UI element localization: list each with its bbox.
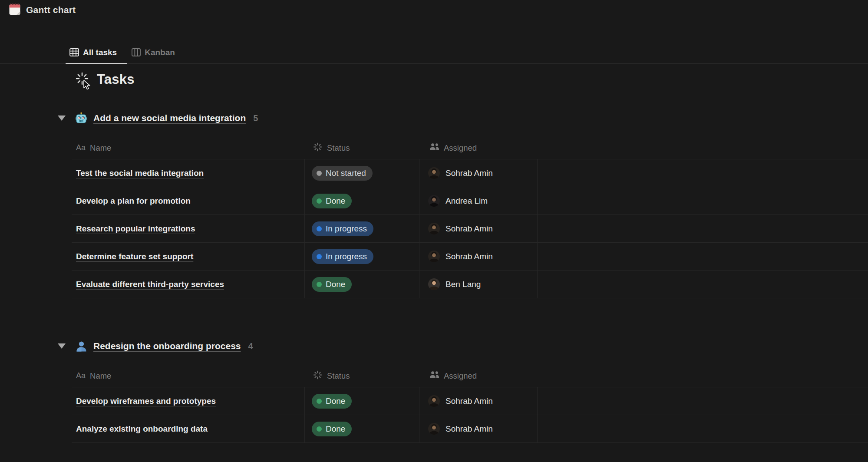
status-badge[interactable]: Not started (312, 166, 373, 181)
cell-name[interactable]: Evaluate different third-party services (72, 271, 305, 298)
heading-title: Tasks (97, 72, 135, 87)
avatar (428, 278, 440, 290)
status-dot-icon (317, 426, 322, 432)
cell-assigned[interactable]: Sohrab Amin (419, 387, 538, 415)
column-assigned-label: Assigned (444, 143, 477, 153)
table-row: Develop a plan for promotion Done Andrea… (72, 187, 868, 215)
column-status-label: Status (327, 371, 350, 381)
task-name[interactable]: Test the social media integration (76, 168, 204, 178)
people-icon (429, 143, 439, 153)
column-name-label: Name (90, 143, 111, 153)
cell-assigned[interactable]: Ben Lang (419, 271, 538, 298)
task-name[interactable]: Determine feature set support (76, 252, 193, 261)
task-group: Add a new social media integration 5 Aa … (0, 109, 868, 298)
cell-status[interactable]: In progress (305, 215, 419, 242)
assignee-name: Sohrab Amin (446, 396, 493, 406)
group-count: 4 (248, 341, 253, 351)
column-header-assigned[interactable]: Assigned (419, 137, 538, 159)
table-view-icon (69, 48, 79, 56)
cell-status[interactable]: Done (305, 271, 419, 298)
cell-name[interactable]: Develop a plan for promotion (72, 187, 305, 214)
calendar-icon (9, 3, 21, 17)
status-badge[interactable]: Done (312, 194, 352, 208)
status-badge[interactable]: Done (312, 422, 352, 436)
cell-name[interactable]: Develop wireframes and prototypes (72, 387, 305, 415)
column-header-status[interactable]: Status (305, 137, 419, 159)
group-header: Redesign the onboarding process 4 (58, 337, 868, 355)
text-property-icon: Aa (76, 371, 86, 380)
cell-spacer (538, 243, 868, 270)
table-row: Test the social media integration Not st… (72, 159, 868, 187)
status-label: Done (326, 424, 345, 434)
status-label: Done (326, 280, 345, 289)
avatar (428, 395, 440, 407)
task-name[interactable]: Analyze existing onboarding data (76, 424, 208, 434)
status-dot-icon (317, 399, 322, 404)
column-header-status[interactable]: Status (305, 365, 419, 387)
tab-kanban-label: Kanban (145, 48, 175, 57)
cell-spacer (538, 187, 868, 214)
column-status-label: Status (327, 143, 350, 153)
cell-name[interactable]: Analyze existing onboarding data (72, 415, 305, 442)
assignee-name: Sohrab Amin (446, 224, 493, 234)
page-header: Gantt chart (9, 3, 76, 17)
status-label: Done (326, 396, 345, 406)
robot-icon (75, 112, 87, 124)
task-name[interactable]: Develop wireframes and prototypes (76, 396, 216, 406)
column-header-spacer (538, 365, 868, 387)
status-badge[interactable]: In progress (312, 221, 373, 236)
person-icon (75, 340, 87, 352)
cell-assigned[interactable]: Sohrab Amin (419, 415, 538, 442)
status-label: Not started (326, 168, 366, 178)
status-dot-icon (317, 226, 322, 231)
cell-status[interactable]: Not started (305, 159, 419, 187)
tab-all-tasks[interactable]: All tasks (69, 41, 117, 63)
status-dot-icon (317, 282, 322, 287)
cell-name[interactable]: Research popular integrations (72, 215, 305, 242)
cell-spacer (538, 387, 868, 415)
column-header-assigned[interactable]: Assigned (419, 365, 538, 387)
cell-assigned[interactable]: Sohrab Amin (419, 243, 538, 270)
tab-kanban[interactable]: Kanban (132, 41, 175, 63)
column-header-spacer (538, 137, 868, 159)
cell-name[interactable]: Determine feature set support (72, 243, 305, 270)
assignee-name: Andrea Lim (446, 196, 488, 206)
view-tabbar: All tasks Kanban (0, 41, 868, 64)
task-name[interactable]: Evaluate different third-party services (76, 280, 224, 289)
cell-status[interactable]: Done (305, 415, 419, 442)
group-title[interactable]: Redesign the onboarding process (93, 341, 241, 351)
status-badge[interactable]: In progress (312, 249, 373, 264)
table-row: Analyze existing onboarding data Done So… (72, 415, 868, 443)
assignee-name: Sohrab Amin (446, 252, 493, 261)
people-icon (429, 371, 439, 381)
status-badge[interactable]: Done (312, 394, 352, 409)
table-row: Evaluate different third-party services … (72, 271, 868, 298)
group-title[interactable]: Add a new social media integration (93, 113, 246, 123)
status-spinner-icon (313, 370, 322, 382)
group-header: Add a new social media integration 5 (58, 109, 868, 127)
collapse-toggle-icon[interactable] (58, 343, 66, 349)
status-dot-icon (317, 171, 322, 176)
text-property-icon: Aa (76, 143, 86, 152)
status-badge[interactable]: Done (312, 277, 352, 292)
cell-assigned[interactable]: Sohrab Amin (419, 159, 538, 187)
avatar (428, 423, 440, 435)
column-header-name[interactable]: Aa Name (72, 365, 305, 387)
table-row: Develop wireframes and prototypes Done S… (72, 387, 868, 415)
cell-status[interactable]: Done (305, 187, 419, 214)
tasks-table: Aa Name (72, 365, 868, 443)
avatar (428, 167, 440, 179)
table-header-row: Aa Name (72, 365, 868, 387)
cell-status[interactable]: In progress (305, 243, 419, 270)
cell-assigned[interactable]: Sohrab Amin (419, 215, 538, 242)
cell-name[interactable]: Test the social media integration (72, 159, 305, 187)
column-header-name[interactable]: Aa Name (72, 137, 305, 159)
cell-status[interactable]: Done (305, 387, 419, 415)
collapse-toggle-icon[interactable] (58, 116, 66, 121)
task-name[interactable]: Develop a plan for promotion (76, 196, 191, 206)
task-name[interactable]: Research popular integrations (76, 224, 195, 234)
cell-assigned[interactable]: Andrea Lim (419, 187, 538, 214)
cell-spacer (538, 415, 868, 442)
status-dot-icon (317, 254, 322, 259)
task-group: Redesign the onboarding process 4 Aa Nam… (0, 337, 868, 443)
